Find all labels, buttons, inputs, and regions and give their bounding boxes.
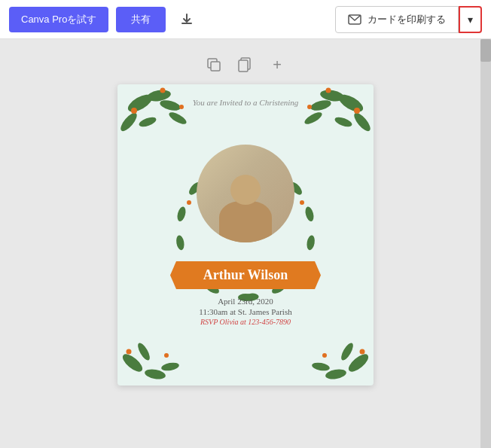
svg-point-28 — [164, 353, 169, 358]
svg-point-42 — [306, 235, 316, 251]
wreath-circle — [185, 133, 306, 254]
canvas-toolbar: + — [203, 54, 288, 75]
svg-point-18 — [334, 115, 353, 129]
svg-point-10 — [167, 110, 188, 126]
svg-point-25 — [136, 341, 152, 362]
event-details: April 23rd, 2020 11:30am at St. James Pa… — [199, 297, 291, 326]
envelope-icon — [348, 14, 361, 25]
event-time: 11:30am at St. James Parish — [199, 307, 291, 316]
event-date: April 23rd, 2020 — [199, 297, 291, 306]
person-head — [230, 175, 261, 205]
svg-point-5 — [125, 91, 154, 115]
svg-point-27 — [127, 349, 132, 355]
dropdown-chevron-icon: ▾ — [468, 14, 473, 26]
svg-point-11 — [131, 108, 137, 114]
download-icon — [179, 12, 194, 27]
svg-point-6 — [146, 88, 172, 102]
svg-point-32 — [311, 361, 330, 372]
print-dropdown-button[interactable]: ▾ — [459, 6, 482, 33]
svg-point-20 — [354, 108, 360, 114]
svg-point-34 — [322, 353, 327, 358]
svg-point-33 — [360, 349, 365, 355]
print-group: カードを印刷する ▾ — [335, 6, 482, 33]
svg-point-16 — [352, 111, 373, 134]
header: Canva Proを試す 共有 カードを印刷する ▾ — [0, 0, 491, 39]
copy-icon[interactable] — [235, 54, 256, 75]
svg-point-22 — [307, 105, 312, 109]
svg-point-23 — [120, 351, 145, 374]
photo-circle[interactable] — [185, 133, 306, 254]
canvas-area: + — [0, 39, 491, 448]
scrollbar-thumb[interactable] — [480, 39, 491, 62]
invite-text: You are Invited to a Christening — [193, 98, 299, 107]
profile-photo — [197, 145, 294, 242]
svg-point-24 — [144, 368, 166, 381]
print-card-label: カードを印刷する — [367, 13, 446, 26]
svg-point-12 — [160, 88, 166, 93]
svg-point-26 — [160, 361, 179, 372]
event-rsvp: RSVP Olivia at 123-456-7890 — [199, 318, 291, 326]
christening-card[interactable]: You are Invited to a Christening Arthur … — [117, 84, 374, 386]
svg-point-29 — [346, 351, 371, 374]
print-card-button[interactable]: カードを印刷する — [335, 6, 459, 33]
add-page-icon[interactable]: + — [267, 54, 288, 75]
name-ribbon: Arthur Wilson — [170, 261, 321, 289]
canva-pro-button[interactable]: Canva Proを試す — [9, 7, 108, 32]
svg-point-31 — [339, 341, 355, 362]
person-body — [219, 201, 272, 242]
svg-point-30 — [325, 368, 347, 381]
svg-point-17 — [310, 99, 332, 113]
svg-rect-2 — [211, 62, 220, 71]
svg-point-19 — [303, 110, 324, 126]
svg-point-8 — [159, 99, 181, 113]
person-silhouette — [215, 175, 276, 242]
svg-point-15 — [319, 88, 345, 102]
svg-point-13 — [179, 105, 184, 109]
share-button[interactable]: 共有 — [116, 7, 166, 32]
svg-point-21 — [326, 88, 331, 93]
plus-icon: + — [273, 56, 282, 74]
download-button[interactable] — [173, 8, 200, 32]
svg-point-9 — [138, 115, 157, 129]
svg-point-7 — [118, 111, 139, 134]
duplicate-icon[interactable] — [203, 54, 224, 75]
svg-point-14 — [336, 91, 365, 115]
svg-point-43 — [175, 235, 185, 251]
svg-rect-4 — [239, 60, 248, 72]
